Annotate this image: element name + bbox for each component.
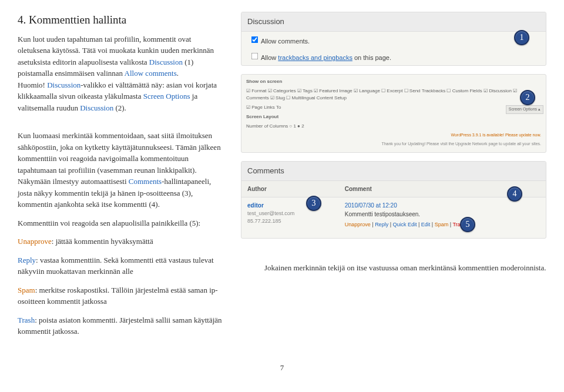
reply-line: Reply: vastaa kommenttiin. Sekä kommentt… bbox=[18, 254, 223, 277]
trash-text: : poista asiaton kommentti. Järjestelmä … bbox=[18, 316, 222, 336]
unapprove-label: Unapprove bbox=[18, 237, 52, 246]
ss1-row2c: on this page. bbox=[352, 54, 391, 61]
ss1-row2b: trackbacks and pingbacks bbox=[278, 54, 352, 61]
action-unapprove[interactable]: Unapprove bbox=[345, 222, 371, 227]
p1-text-g: (2). bbox=[113, 103, 126, 112]
comment-date: 2010/07/30 at 12:20 bbox=[345, 201, 540, 210]
ss1-row-allow-comments: Allow comments. bbox=[241, 32, 546, 49]
discussion-word-3: Discussion bbox=[80, 103, 113, 112]
discussion-word-2: Discussion bbox=[47, 81, 80, 89]
reply-text: : vastaa kommenttiin. Sekä kommentti ett… bbox=[18, 256, 214, 276]
edit-post-title: 📌Edit Post Add New bbox=[246, 152, 541, 153]
screen-options-word: Screen Options bbox=[143, 92, 190, 100]
screenshot-screen-options: Show on screen ☑ Format ☑ Categories ☑ T… bbox=[241, 74, 546, 153]
ss2-cols: Number of Columns ○ 1 ● 2 bbox=[246, 123, 541, 130]
comment-cell: 2010/07/30 at 12:20 Kommentti testiposta… bbox=[339, 197, 546, 232]
allow-comments-word: Allow comments bbox=[125, 69, 177, 78]
ss1-row-trackbacks: Allow trackbacks and pingbacks on this p… bbox=[241, 48, 546, 65]
action-reply[interactable]: Reply bbox=[375, 222, 388, 227]
ss2-opts2: ☑ Page Links To bbox=[246, 104, 541, 111]
ss3-title: Comments bbox=[241, 162, 546, 181]
badge-2: 2 bbox=[520, 90, 535, 105]
ss2-wp-update: WordPress 3.9.1 is available! Please upd… bbox=[246, 132, 541, 139]
right-note: Jokainen merkinnän tekijä on itse vastuu… bbox=[241, 262, 546, 274]
spam-text: : merkitse roskapostiksi. Tällöin järjes… bbox=[18, 286, 218, 306]
badge-3: 3 bbox=[306, 196, 321, 211]
ss2-thank: Thank you for Updating! Please visit the… bbox=[246, 141, 541, 148]
ss2-show-label: Show on screen bbox=[246, 78, 541, 85]
discussion-word: Discussion bbox=[149, 58, 183, 66]
unapprove-text: : jättää kommentin hyväksymättä bbox=[52, 237, 153, 246]
trash-line: Trash: poista asiaton kommentti. Järjest… bbox=[18, 314, 223, 337]
author-email: test_user@test.com bbox=[247, 210, 333, 218]
ss1-row1-text: Allow comments. bbox=[261, 38, 310, 45]
badge-4: 4 bbox=[507, 186, 522, 202]
badge-5: 5 bbox=[460, 217, 475, 232]
trash-label: Trash bbox=[18, 316, 35, 324]
spam-label: Spam bbox=[18, 286, 35, 294]
paragraph-1: Kun luot uuden tapahtuman tai profiilin,… bbox=[18, 33, 223, 114]
comment-actions: Unapprove | Reply | Quick Edit | Edit | … bbox=[345, 221, 540, 229]
huomio-label: Huomio! bbox=[18, 81, 45, 89]
paragraph-2: Kun luomaasi merkintää kommentoidaan, sa… bbox=[18, 130, 223, 210]
action-spam[interactable]: Spam bbox=[435, 222, 449, 227]
ss2-opts: ☑ Format ☑ Categories ☑ Tags ☑ Featured … bbox=[246, 88, 541, 102]
action-quick-edit[interactable]: Quick Edit bbox=[392, 222, 417, 227]
th-author: Author bbox=[241, 181, 339, 197]
paragraph-3: Kommenttiin voi reagoida sen alapuolisil… bbox=[18, 217, 223, 229]
allow-comments-checkbox[interactable] bbox=[251, 36, 258, 43]
p1-text-c: . bbox=[177, 69, 179, 78]
ss1-row2a: Allow bbox=[261, 54, 278, 61]
page-number: 7 bbox=[18, 362, 546, 374]
screenshot-comments-panel: Comments Author Comment editor test_user… bbox=[241, 161, 546, 239]
table-header-row: Author Comment bbox=[241, 181, 546, 197]
section-heading: 4. Kommenttien hallinta bbox=[18, 12, 223, 29]
author-ip: 85.77.222.185 bbox=[247, 217, 333, 226]
screenshot-discussion-panel: Discussion Allow comments. Allow trackba… bbox=[241, 12, 546, 66]
comments-table: Author Comment editor test_user@test.com… bbox=[241, 181, 546, 233]
action-edit[interactable]: Edit bbox=[421, 222, 431, 227]
comments-word: Comments bbox=[129, 177, 162, 186]
reply-label: Reply bbox=[18, 256, 36, 264]
table-row: editor test_user@test.com 85.77.222.185 … bbox=[241, 197, 546, 232]
badge-1: 1 bbox=[514, 30, 529, 45]
comment-text: Kommentti testipostaukseen. bbox=[345, 210, 540, 219]
screen-options-toggle[interactable]: Screen Options ▴ bbox=[506, 105, 543, 114]
spam-line: Spam: merkitse roskapostiksi. Tällöin jä… bbox=[18, 284, 223, 307]
author-cell: editor test_user@test.com 85.77.222.185 bbox=[241, 197, 339, 232]
ss1-title: Discussion bbox=[241, 12, 546, 32]
ss2-layout-label: Screen Layout bbox=[246, 113, 541, 120]
allow-trackbacks-checkbox[interactable] bbox=[251, 53, 258, 60]
unapprove-line: Unapprove: jättää kommentin hyväksymättä bbox=[18, 236, 223, 247]
